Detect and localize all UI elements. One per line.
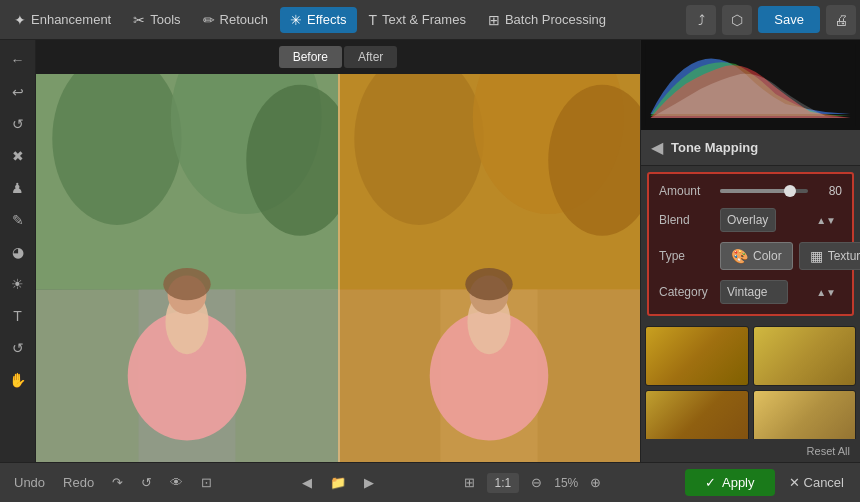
color-wheel-icon: 🎨 xyxy=(731,248,748,264)
main-area: ← ↩ ↺ ✖ ♟ ✎ ◕ ☀ T ↺ ✋ Before After xyxy=(0,40,860,462)
cancel-x-icon: ✕ xyxy=(789,475,800,490)
thumbnail-1[interactable] xyxy=(645,326,749,386)
batch-icon: ⊞ xyxy=(488,12,500,28)
category-select-arrow-icon: ▲▼ xyxy=(816,287,836,298)
view-button[interactable]: 👁 xyxy=(164,471,189,494)
compare-button[interactable]: ⊡ xyxy=(195,471,218,494)
svg-point-20 xyxy=(465,268,512,300)
reset-all-link[interactable]: Reset All xyxy=(807,445,850,457)
svg-point-9 xyxy=(163,268,210,300)
category-select[interactable]: Vintage Modern Classic Cinematic xyxy=(720,280,788,304)
nav-left-button[interactable]: ◀ xyxy=(296,471,318,494)
before-photo-overlay xyxy=(36,74,338,462)
blend-label: Blend xyxy=(659,213,714,227)
tool-hand[interactable]: ✋ xyxy=(4,366,32,394)
thumbnails-area xyxy=(641,322,860,439)
right-panel: ◀ Tone Mapping Amount 80 Blend Overlay xyxy=(640,40,860,462)
controls-area: Amount 80 Blend Overlay Normal Multiply … xyxy=(647,172,854,316)
print-button[interactable]: 🖨 xyxy=(826,5,856,35)
cancel-button[interactable]: ✕ Cancel xyxy=(781,469,852,496)
amount-label: Amount xyxy=(659,184,714,198)
tool-spot-heal[interactable]: ✖ xyxy=(4,142,32,170)
left-sidebar: ← ↩ ↺ ✖ ♟ ✎ ◕ ☀ T ↺ ✋ xyxy=(0,40,36,462)
redo-arrow-button[interactable]: ↷ xyxy=(106,471,129,494)
top-right-buttons: ⤴ ⬡ Save 🖨 xyxy=(686,5,856,35)
folder-button[interactable]: 📁 xyxy=(324,471,352,494)
bottom-toolbar: Undo Redo ↷ ↺ 👁 ⊡ ◀ 📁 ▶ ⊞ 1:1 ⊖ 15% ⊕ ✓ … xyxy=(0,462,860,502)
apply-button[interactable]: ✓ Apply xyxy=(685,469,775,496)
type-color-button[interactable]: 🎨 Color xyxy=(720,242,793,270)
before-image-svg xyxy=(36,74,338,462)
tab-batch[interactable]: ⊞ Batch Processing xyxy=(478,7,616,33)
amount-row: Amount 80 xyxy=(659,184,842,198)
top-toolbar: ✦ Enhancement ✂ Tools ✏ Retouch ✳ Effect… xyxy=(0,0,860,40)
amount-value: 80 xyxy=(814,184,842,198)
undo-button[interactable]: Undo xyxy=(8,471,51,494)
blend-select-wrapper: Overlay Normal Multiply Screen ▲▼ xyxy=(720,208,842,232)
after-button[interactable]: After xyxy=(344,46,397,68)
blend-row: Blend Overlay Normal Multiply Screen ▲▼ xyxy=(659,208,842,232)
canvas-area: Before After xyxy=(36,40,640,462)
category-select-wrapper: Vintage Modern Classic Cinematic ▲▼ xyxy=(720,280,842,304)
save-button[interactable]: Save xyxy=(758,6,820,33)
crop-button[interactable]: ⊞ xyxy=(458,471,481,494)
amount-slider-thumb[interactable] xyxy=(784,185,796,197)
before-image xyxy=(36,74,338,462)
type-label: Type xyxy=(659,249,714,263)
effects-icon: ✳ xyxy=(290,12,302,28)
blend-select[interactable]: Overlay Normal Multiply Screen xyxy=(720,208,776,232)
zoom-out-button[interactable]: ⊖ xyxy=(525,471,548,494)
tool-sun[interactable]: ☀ xyxy=(4,270,32,298)
tool-undo[interactable]: ↩ xyxy=(4,78,32,106)
zoom-level: 15% xyxy=(554,476,578,490)
tool-rotate[interactable]: ↺ xyxy=(4,334,32,362)
blend-select-arrow-icon: ▲▼ xyxy=(816,215,836,226)
tab-enhancement[interactable]: ✦ Enhancement xyxy=(4,7,121,33)
tool-brush[interactable]: ✎ xyxy=(4,206,32,234)
tab-effects[interactable]: ✳ Effects xyxy=(280,7,357,33)
export-button[interactable]: ⬡ xyxy=(722,5,752,35)
amount-slider[interactable] xyxy=(720,189,808,193)
category-label: Category xyxy=(659,285,714,299)
thumbnail-2[interactable] xyxy=(753,326,857,386)
after-image xyxy=(338,74,640,462)
after-photo-overlay xyxy=(338,74,640,462)
tool-text[interactable]: T xyxy=(4,302,32,330)
category-row: Category Vintage Modern Classic Cinemati… xyxy=(659,280,842,304)
tool-clone[interactable]: ♟ xyxy=(4,174,32,202)
text-frames-icon: T xyxy=(369,12,378,28)
type-row: Type 🎨 Color ▦ Texture xyxy=(659,242,842,270)
share-button[interactable]: ⤴ xyxy=(686,5,716,35)
before-button[interactable]: Before xyxy=(279,46,342,68)
back-arrow-icon[interactable]: ◀ xyxy=(651,138,663,157)
after-image-svg xyxy=(338,74,640,462)
retouch-icon: ✏ xyxy=(203,12,215,28)
checkmark-icon: ✓ xyxy=(705,475,716,490)
panel-title: Tone Mapping xyxy=(671,140,758,155)
image-container xyxy=(36,74,640,462)
before-after-bar: Before After xyxy=(36,40,640,74)
divider-line xyxy=(338,74,340,462)
type-texture-button[interactable]: ▦ Texture xyxy=(799,242,860,270)
reset-area: Reset All xyxy=(641,439,860,462)
histogram xyxy=(641,40,860,130)
thumbnail-4[interactable] xyxy=(753,390,857,439)
tool-redo[interactable]: ↺ xyxy=(4,110,32,138)
thumbnail-grid xyxy=(645,326,856,439)
tab-text-frames[interactable]: T Text & Frames xyxy=(359,7,476,33)
thumbnail-3[interactable] xyxy=(645,390,749,439)
redo-button[interactable]: Redo xyxy=(57,471,100,494)
zoom-in-button[interactable]: ⊕ xyxy=(584,471,607,494)
amount-slider-fill xyxy=(720,189,790,193)
histogram-svg xyxy=(645,44,856,126)
reset-button[interactable]: ↺ xyxy=(135,471,158,494)
tool-back[interactable]: ← xyxy=(4,46,32,74)
tab-tools[interactable]: ✂ Tools xyxy=(123,7,190,33)
tools-icon: ✂ xyxy=(133,12,145,28)
tab-retouch[interactable]: ✏ Retouch xyxy=(193,7,278,33)
texture-icon: ▦ xyxy=(810,248,823,264)
enhancement-icon: ✦ xyxy=(14,12,26,28)
nav-right-button[interactable]: ▶ xyxy=(358,471,380,494)
ratio-button[interactable]: 1:1 xyxy=(487,473,520,493)
tool-adjustment[interactable]: ◕ xyxy=(4,238,32,266)
